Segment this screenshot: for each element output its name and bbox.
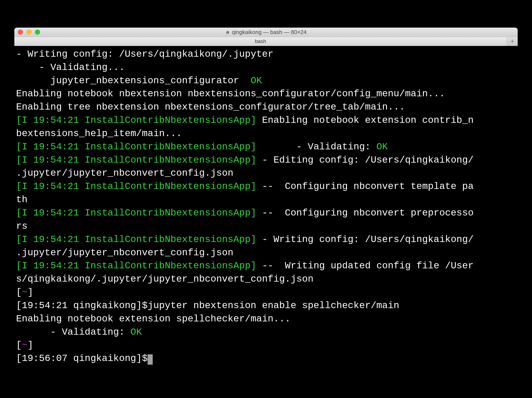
terminal-text: [I 19:54:21 InstallContribNbextensionsAp… xyxy=(16,208,256,218)
terminal-text: [I 19:54:21 InstallContribNbextensionsAp… xyxy=(16,181,256,192)
zoom-button[interactable] xyxy=(35,30,40,35)
terminal-text: [I 19:54:21 InstallContribNbextensionsAp… xyxy=(16,142,256,152)
terminal-content[interactable]: - Writing config: /Users/qingkaikong/.ju… xyxy=(14,46,518,370)
terminal-text: .jupyter/jupyter_nbconvert_config.json xyxy=(16,168,234,179)
terminal-line: [I 19:54:21 InstallContribNbextensionsAp… xyxy=(16,154,516,167)
terminal-line: - Writing config: /Users/qingkaikong/.ju… xyxy=(16,48,516,61)
terminal-text: - Validating: xyxy=(16,327,130,337)
terminal-text: - Editing config: /Users/qingkaikong/ xyxy=(256,155,474,165)
terminal-text: .jupyter/jupyter_nbconvert_config.json xyxy=(16,247,234,258)
terminal-text: OK xyxy=(376,142,388,152)
terminal-line: - Validating: OK xyxy=(16,326,516,339)
terminal-text: rs xyxy=(16,221,27,231)
terminal-line: rs xyxy=(16,220,516,233)
terminal-text: [19:54:21 qingkaikong]$jupyter nbextensi… xyxy=(16,300,399,311)
terminal-line: jupyter_nbextensions_configurator OK xyxy=(16,74,516,87)
window-titlebar[interactable]: qingkaikong — bash — 80×24 xyxy=(14,28,518,37)
terminal-line: [19:56:07 qingkaikong]$ xyxy=(16,352,516,365)
terminal-text: [I 19:54:21 InstallContribNbextensionsAp… xyxy=(16,261,256,271)
tab-label: bash xyxy=(255,38,266,44)
terminal-line: [I 19:54:21 InstallContribNbextensionsAp… xyxy=(16,140,516,154)
terminal-text: Enabling notebook extension spellchecker… xyxy=(16,313,291,324)
terminal-text: ] xyxy=(27,340,33,350)
close-button[interactable] xyxy=(18,30,23,35)
terminal-text: [I 19:54:21 InstallContribNbextensionsAp… xyxy=(16,155,256,165)
traffic-lights xyxy=(18,30,40,35)
window-title: qingkaikong — bash — 80×24 xyxy=(18,29,514,36)
terminal-line: bextensions_help_item/main... xyxy=(16,127,516,140)
terminal-line: [19:54:21 qingkaikong]$jupyter nbextensi… xyxy=(16,299,516,312)
new-tab-button[interactable]: + xyxy=(507,37,518,46)
terminal-text: th xyxy=(16,194,27,205)
terminal-text: -- Configuring nbconvert preprocesso xyxy=(256,208,474,218)
terminal-line: Enabling notebook nbextension nbextensio… xyxy=(16,87,516,100)
terminal-text: Enabling tree nbextension nbextensions_c… xyxy=(16,102,405,112)
terminal-text: Enabling notebook nbextension nbextensio… xyxy=(16,88,445,99)
terminal-line: Enabling notebook extension spellchecker… xyxy=(16,312,516,326)
terminal-line: [I 19:54:21 InstallContribNbextensionsAp… xyxy=(16,180,516,193)
terminal-line: [~] xyxy=(16,286,516,299)
terminal-line: [I 19:54:21 InstallContribNbextensionsAp… xyxy=(16,233,516,246)
terminal-text: [19:56:07 qingkaikong]$ xyxy=(16,353,148,364)
minimize-button[interactable] xyxy=(26,30,32,35)
window-title-text: qingkaikong — bash — 80×24 xyxy=(232,29,306,36)
terminal-text: Enabling notebook extension contrib_n xyxy=(256,115,474,126)
terminal-text: - Writing config: /Users/qingkaikong/ xyxy=(256,234,474,245)
terminal-text: - Validating... xyxy=(16,62,125,73)
terminal-text: jupyter_nbextensions_configurator xyxy=(16,75,245,86)
terminal-text: - Writing config: /Users/qingkaikong/.ju… xyxy=(16,49,273,60)
terminal-text: -- Writing updated config file /User xyxy=(256,261,474,271)
terminal-line: .jupyter/jupyter_nbconvert_config.json xyxy=(16,246,516,260)
terminal-text: [ xyxy=(16,340,22,350)
terminal-line: [I 19:54:21 InstallContribNbextensionsAp… xyxy=(16,206,516,220)
home-icon xyxy=(225,30,230,34)
terminal-text: s/qingkaikong/.jupyter/jupyter_nbconvert… xyxy=(16,274,314,284)
terminal-line: - Validating... xyxy=(16,61,516,74)
terminal-line: [~] xyxy=(16,339,516,352)
tab-bash[interactable]: bash xyxy=(14,37,507,46)
terminal-text: [ xyxy=(16,287,22,298)
terminal-text: - Validating: xyxy=(256,142,376,152)
terminal-text: OK xyxy=(245,75,262,86)
terminal-text: OK xyxy=(130,327,142,337)
terminal-text: bextensions_help_item/main... xyxy=(16,128,182,139)
terminal-line: th xyxy=(16,193,516,206)
terminal-line: [I 19:54:21 InstallContribNbextensionsAp… xyxy=(16,114,516,127)
terminal-line: s/qingkaikong/.jupyter/jupyter_nbconvert… xyxy=(16,273,516,286)
terminal-window: qingkaikong — bash — 80×24 bash + - Writ… xyxy=(14,28,518,370)
terminal-line: .jupyter/jupyter_nbconvert_config.json xyxy=(16,167,516,180)
cursor xyxy=(148,354,153,365)
terminal-text: [I 19:54:21 InstallContribNbextensionsAp… xyxy=(16,234,256,245)
terminal-line: [I 19:54:21 InstallContribNbextensionsAp… xyxy=(16,259,516,273)
tab-bar: bash + xyxy=(14,37,518,46)
terminal-text: [I 19:54:21 InstallContribNbextensionsAp… xyxy=(16,115,256,126)
plus-icon: + xyxy=(510,38,514,45)
terminal-line: Enabling tree nbextension nbextensions_c… xyxy=(16,100,516,114)
terminal-text: ] xyxy=(27,287,33,298)
terminal-text: -- Configuring nbconvert template pa xyxy=(256,181,474,192)
terminal-text: ~ xyxy=(22,340,28,350)
terminal-text: ~ xyxy=(22,287,28,298)
